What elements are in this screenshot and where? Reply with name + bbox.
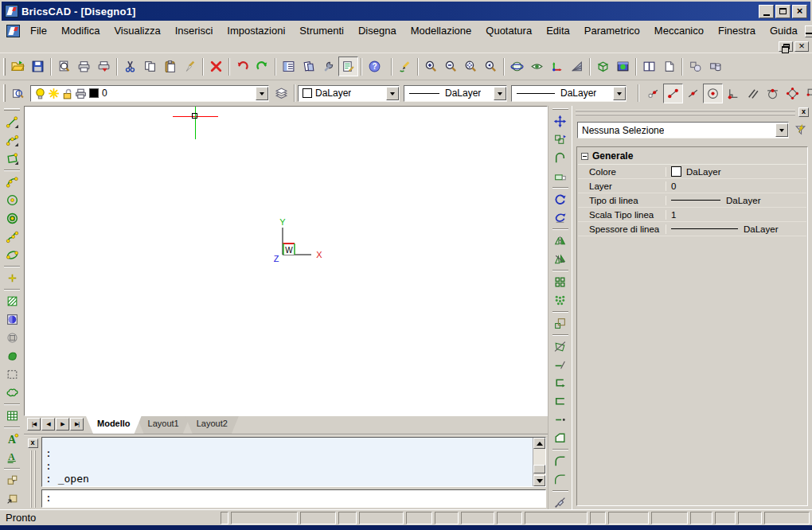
close-button[interactable]: ×: [792, 5, 807, 18]
browse-layers-button[interactable]: [8, 84, 28, 103]
rectangle-button[interactable]: [2, 150, 21, 168]
mtext-button[interactable]: A: [2, 448, 21, 466]
selection-filter-icon[interactable]: [794, 123, 807, 137]
mirror-button[interactable]: [551, 232, 570, 250]
rotate-button[interactable]: [551, 190, 570, 208]
table-button[interactable]: [2, 407, 21, 425]
cut-button[interactable]: [120, 57, 140, 76]
visual-style-button[interactable]: [593, 57, 613, 76]
sheets-button[interactable]: [299, 57, 318, 76]
copy-entities-button[interactable]: [551, 131, 570, 149]
snap-endpoint-button[interactable]: [663, 84, 683, 103]
property-row[interactable]: ColoreDaLayer: [578, 165, 806, 179]
snap-insertion-button[interactable]: [802, 84, 812, 103]
menu-strumenti[interactable]: Strumenti: [292, 22, 351, 40]
zoom-out-button[interactable]: [441, 57, 461, 76]
help-button[interactable]: ?: [365, 57, 385, 76]
menu-modifica[interactable]: Modifica: [54, 22, 107, 40]
look-button[interactable]: [527, 57, 547, 76]
make-block-button[interactable]: [2, 471, 21, 489]
drawing-explorer-button[interactable]: [338, 57, 358, 76]
orbit-button[interactable]: [507, 57, 527, 76]
menu-modellazione[interactable]: Modellazione: [404, 22, 479, 40]
tab-nav-first[interactable]: |◀: [27, 418, 41, 431]
move-button[interactable]: [551, 112, 570, 131]
lengthen-button[interactable]: [551, 356, 570, 374]
ellipse-button[interactable]: [2, 246, 21, 264]
menu-quotatura[interactable]: Quotatura: [478, 22, 539, 40]
copy-button[interactable]: [140, 57, 160, 76]
layer-combo-dropdown[interactable]: [256, 87, 268, 100]
property-value[interactable]: DaLayer: [666, 196, 806, 205]
gradient-button[interactable]: [2, 310, 21, 329]
layer-combo[interactable]: 0: [30, 85, 269, 102]
tab-modello[interactable]: Modello: [86, 416, 142, 434]
arc-button[interactable]: [2, 173, 21, 191]
customize-tools-button[interactable]: [318, 57, 338, 76]
drawing-canvas[interactable]: Y W Z X: [24, 106, 548, 416]
status-field[interactable]: [461, 512, 494, 524]
property-value[interactable]: DaLayer: [666, 166, 806, 177]
menu-inserisci[interactable]: Inserisci: [168, 22, 221, 40]
status-field[interactable]: [497, 512, 522, 524]
render-button[interactable]: [613, 57, 633, 76]
delete-button[interactable]: [206, 57, 226, 76]
ucs-axes-button[interactable]: [547, 57, 567, 76]
layers-stack-button[interactable]: [271, 84, 291, 103]
property-row[interactable]: Layer0: [578, 179, 806, 193]
toolbar-grip[interactable]: [4, 108, 20, 111]
snap-center-button[interactable]: [703, 84, 723, 103]
tab-nav-next[interactable]: ▶: [56, 418, 69, 431]
boundary-button[interactable]: [2, 347, 21, 365]
break-at-point-button[interactable]: [551, 411, 570, 429]
layer-freeze-sun-icon[interactable]: [47, 87, 61, 100]
insert-block-button[interactable]: [2, 489, 21, 508]
status-field[interactable]: [715, 512, 736, 524]
snap-perpendicular-button[interactable]: [723, 84, 743, 103]
layer-lock-icon[interactable]: [61, 87, 74, 100]
property-value[interactable]: DaLayer: [666, 224, 806, 234]
color-combo-dropdown[interactable]: [386, 87, 399, 100]
text-button[interactable]: A: [2, 430, 21, 448]
menu-edita[interactable]: Edita: [539, 22, 577, 40]
break-button[interactable]: [551, 392, 570, 411]
command-history[interactable]: ::: _open: [41, 437, 546, 487]
chamfer-button[interactable]: [551, 429, 570, 447]
property-row[interactable]: Scala Tipo linea1: [578, 208, 806, 222]
properties-panel-grip[interactable]: [576, 110, 795, 115]
menu-impostazioni[interactable]: Impostazioni: [220, 22, 292, 40]
offset-button[interactable]: [551, 149, 570, 167]
zoom-previous-button[interactable]: [481, 57, 501, 76]
status-field[interactable]: [764, 512, 810, 524]
revision-cloud-button[interactable]: [2, 384, 21, 402]
snap-parallel-button[interactable]: [743, 84, 763, 103]
maximize-button[interactable]: [775, 5, 791, 18]
save-button[interactable]: [28, 57, 48, 76]
fillet-button[interactable]: [551, 452, 570, 470]
hatch-button[interactable]: [2, 292, 21, 310]
property-row[interactable]: Spessore di lineaDaLayer: [578, 222, 806, 236]
layer-print-icon[interactable]: [74, 87, 88, 100]
scroll-up-button[interactable]: [533, 438, 545, 449]
linetype-combo-dropdown[interactable]: [494, 87, 506, 100]
zoom-extents-button[interactable]: [461, 57, 481, 76]
tab-nav-last[interactable]: ▶|: [70, 418, 84, 431]
selection-combo-dropdown[interactable]: [775, 123, 788, 137]
minimize-button[interactable]: [759, 5, 774, 18]
mdi-restore-button[interactable]: [779, 41, 793, 52]
properties-close-button[interactable]: x: [798, 107, 809, 117]
redline-button[interactable]: [395, 57, 415, 76]
print-preview-button[interactable]: [54, 57, 74, 76]
status-field[interactable]: [221, 512, 228, 524]
toolbar-grip[interactable]: [552, 108, 568, 110]
status-field[interactable]: [359, 512, 404, 524]
command-input[interactable]: :: [41, 489, 546, 508]
lineweight-combo-dropdown[interactable]: [613, 87, 626, 100]
mirror-3d-button[interactable]: [551, 250, 570, 268]
layer-on-bulb-icon[interactable]: [33, 87, 47, 100]
line-button[interactable]: [2, 113, 21, 131]
menu-file[interactable]: File: [23, 22, 54, 40]
array-3d-button[interactable]: [551, 291, 570, 310]
new-sheet-button[interactable]: [659, 57, 679, 76]
scroll-down-button[interactable]: [533, 475, 545, 486]
